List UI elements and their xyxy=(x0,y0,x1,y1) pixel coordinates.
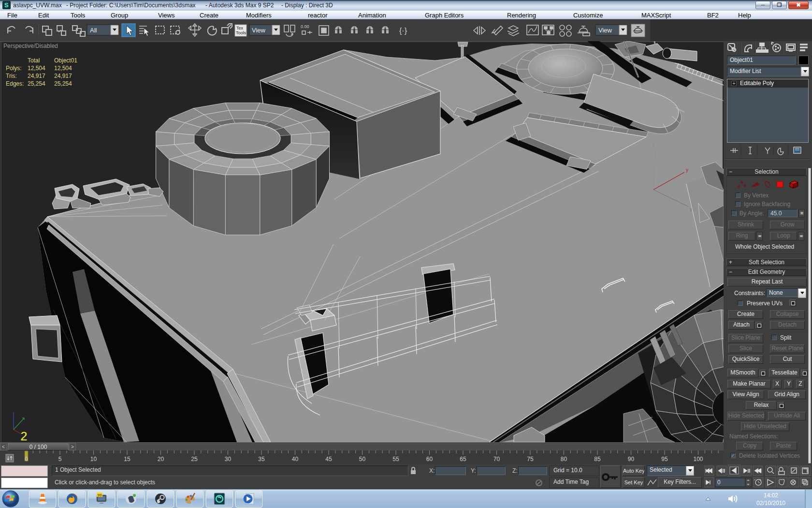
svg-text:{·}: {·} xyxy=(399,27,407,35)
svg-text:02/10/2010: 02/10/2010 xyxy=(756,500,785,507)
svg-text:14:02: 14:02 xyxy=(764,492,778,499)
svg-text:45: 45 xyxy=(325,456,332,463)
svg-text:70: 70 xyxy=(493,456,500,463)
svg-text:55: 55 xyxy=(392,456,399,463)
svg-text:100: 100 xyxy=(693,456,703,463)
svg-text:0: 0 xyxy=(25,456,28,463)
svg-text:Tools: Tools xyxy=(236,30,246,35)
svg-text:30: 30 xyxy=(225,456,232,463)
svg-text:75: 75 xyxy=(527,456,534,463)
svg-text:2: 2 xyxy=(20,429,28,442)
svg-text:90: 90 xyxy=(628,456,635,463)
svg-text:25: 25 xyxy=(191,456,198,463)
svg-text:80: 80 xyxy=(561,456,567,463)
svg-text:y: y xyxy=(686,167,688,173)
svg-text:15: 15 xyxy=(124,456,130,463)
svg-text:60: 60 xyxy=(426,456,433,463)
svg-text:35: 35 xyxy=(258,456,265,463)
svg-text:99: 99 xyxy=(98,493,102,497)
svg-text:85: 85 xyxy=(594,456,601,463)
svg-text:20: 20 xyxy=(158,456,164,463)
svg-text:40: 40 xyxy=(292,456,299,463)
svg-text:5: 5 xyxy=(58,456,62,463)
svg-text:z: z xyxy=(652,142,655,148)
svg-text:View: View xyxy=(252,27,266,34)
svg-text:View: View xyxy=(598,27,612,34)
svg-text:Tex: Tex xyxy=(236,26,244,30)
svg-text:65: 65 xyxy=(460,456,466,463)
svg-text:0: 0 xyxy=(717,479,721,486)
svg-text:0.00: 0.00 xyxy=(301,24,309,29)
svg-text:10: 10 xyxy=(90,456,97,463)
svg-text:All: All xyxy=(90,27,97,34)
svg-text:50: 50 xyxy=(359,456,366,463)
svg-text:95: 95 xyxy=(661,456,668,463)
